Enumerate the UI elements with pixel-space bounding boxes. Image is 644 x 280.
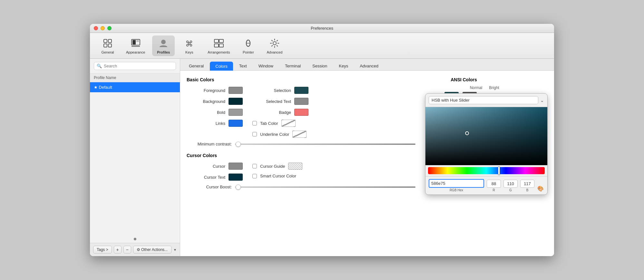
selection-swatch[interactable] <box>294 87 308 94</box>
hue-thumb[interactable] <box>498 166 500 175</box>
search-input[interactable] <box>104 64 173 68</box>
smart-cursor-label: Smart Cursor Color <box>260 174 296 178</box>
picker-cursor <box>465 131 469 135</box>
picker-b-input[interactable] <box>520 180 534 188</box>
keys-icon: ⌘ <box>183 37 195 49</box>
tab-color-swatch[interactable] <box>281 120 296 127</box>
svg-point-17 <box>273 42 276 45</box>
toolbar-item-appearance[interactable]: Appearance <box>122 35 149 56</box>
background-row: Background <box>187 98 243 105</box>
tab-advanced[interactable]: Advanced <box>354 61 384 70</box>
foreground-swatch[interactable] <box>229 87 243 94</box>
picker-mode-select[interactable]: HSB with Hue Slider <box>429 96 538 104</box>
dropdown-arrow-icon: ▼ <box>173 248 177 252</box>
tab-colors[interactable]: Colors <box>210 62 233 71</box>
picker-mode-bar: HSB with Hue Slider ⌄ <box>425 94 547 107</box>
cursor-guide-checkbox[interactable] <box>252 164 257 168</box>
tab-terminal[interactable]: Terminal <box>279 61 306 70</box>
search-input-wrap[interactable]: 🔍 <box>94 62 176 70</box>
selected-text-label: Selected Text <box>252 99 291 104</box>
toolbar-item-pointer[interactable]: Pointer <box>237 35 259 56</box>
tab-text[interactable]: Text <box>234 61 252 70</box>
cursor-colors-right-col: Cursor Guide Smart Cursor Color <box>252 163 302 185</box>
tab-color-label: Tab Color <box>260 121 278 126</box>
other-actions-button[interactable]: ⚙ Other Actions... <box>133 246 171 254</box>
svg-line-25 <box>271 45 273 46</box>
underline-color-row: Underline Color <box>252 131 308 138</box>
color-picker-popup: HSB with Hue Slider ⌄ <box>425 93 548 195</box>
tab-keys[interactable]: Keys <box>333 61 354 70</box>
foreground-row: Foreground <box>187 87 243 94</box>
preferences-window: Preferences General Appearance Profiles … <box>90 24 554 256</box>
selected-text-swatch[interactable] <box>294 98 308 105</box>
cursor-text-swatch[interactable] <box>229 174 243 181</box>
tab-color-checkbox-wrap <box>252 121 257 125</box>
tab-window[interactable]: Window <box>253 61 279 70</box>
minimum-contrast-slider[interactable] <box>235 144 415 145</box>
colors-left: Basic Colors Foreground Background <box>187 77 415 250</box>
tab-session[interactable]: Session <box>307 61 333 70</box>
profiles-label: Profiles <box>157 50 170 54</box>
minimum-contrast-thumb[interactable] <box>236 142 241 147</box>
toolbar-item-arrangements[interactable]: Arrangements <box>204 35 234 56</box>
picker-g-channel: G <box>503 180 518 192</box>
tab-general[interactable]: General <box>183 61 209 70</box>
picker-mode-arrow-icon: ⌄ <box>540 98 544 103</box>
picker-g-input[interactable] <box>503 180 518 188</box>
smart-cursor-row: Smart Cursor Color <box>252 174 302 178</box>
tags-button[interactable]: Tags > <box>93 246 112 254</box>
tab-content: Basic Colors Foreground Background <box>180 71 554 256</box>
picker-canvas[interactable] <box>425 107 547 165</box>
toolbar-item-advanced[interactable]: Advanced <box>263 35 286 56</box>
toolbar-item-keys[interactable]: ⌘ Keys <box>178 35 200 56</box>
picker-hue-bar[interactable] <box>428 167 545 174</box>
main-content: 🔍 Profile Name ★ Default Tags > + − ⚙ Ot… <box>90 59 554 256</box>
picker-r-label: R <box>493 188 495 192</box>
svg-rect-10 <box>214 39 219 43</box>
window-title: Preferences <box>311 26 333 31</box>
cursor-boost-thumb[interactable] <box>236 185 241 190</box>
bold-swatch[interactable] <box>229 109 243 116</box>
svg-line-24 <box>277 40 278 41</box>
ansi-header-row: Normal Bright <box>425 85 503 90</box>
cursor-guide-label: Cursor Guide <box>260 164 285 169</box>
cursor-boost-slider[interactable] <box>235 186 415 188</box>
svg-rect-3 <box>108 44 112 47</box>
profile-item-default[interactable]: ★ Default <box>90 82 180 92</box>
search-bar: 🔍 <box>90 59 180 74</box>
underline-color-checkbox[interactable] <box>252 132 257 136</box>
picker-b-channel: B <box>520 180 534 192</box>
close-button[interactable] <box>94 26 98 30</box>
selection-label: Selection <box>252 88 291 93</box>
background-swatch[interactable] <box>229 98 243 105</box>
svg-rect-13 <box>219 44 223 47</box>
ansi-colors-title: ANSI Colors <box>425 77 503 82</box>
minimize-button[interactable] <box>101 26 105 30</box>
remove-button[interactable]: − <box>123 246 131 254</box>
cursor-boost-row: Cursor Boost: <box>187 185 415 189</box>
titlebar: Preferences <box>90 24 554 33</box>
cursor-guide-swatch[interactable] <box>288 163 302 170</box>
add-button[interactable]: + <box>114 246 122 254</box>
svg-rect-6 <box>136 40 139 42</box>
links-swatch[interactable] <box>229 120 243 127</box>
underline-color-swatch[interactable] <box>292 131 307 138</box>
eyedropper-icon[interactable]: 🎨 <box>537 185 544 192</box>
advanced-label: Advanced <box>267 50 282 54</box>
picker-r-input[interactable] <box>487 180 501 188</box>
maximize-button[interactable] <box>107 26 112 30</box>
badge-swatch[interactable] <box>294 109 308 116</box>
toolbar-item-general[interactable]: General <box>96 35 119 56</box>
links-label: Links <box>187 121 225 126</box>
underline-checkbox-wrap <box>252 132 257 136</box>
svg-line-22 <box>271 40 273 41</box>
toolbar-item-profiles[interactable]: Profiles <box>152 35 175 56</box>
picker-hex-input[interactable] <box>429 179 484 188</box>
background-label: Background <box>187 99 225 104</box>
keys-label: Keys <box>185 50 193 54</box>
picker-r-channel: R <box>487 180 501 192</box>
smart-cursor-checkbox[interactable] <box>252 174 257 178</box>
picker-hex-label: RGB Hex <box>429 188 484 192</box>
cursor-swatch[interactable] <box>229 163 243 170</box>
tab-color-checkbox[interactable] <box>252 121 257 125</box>
